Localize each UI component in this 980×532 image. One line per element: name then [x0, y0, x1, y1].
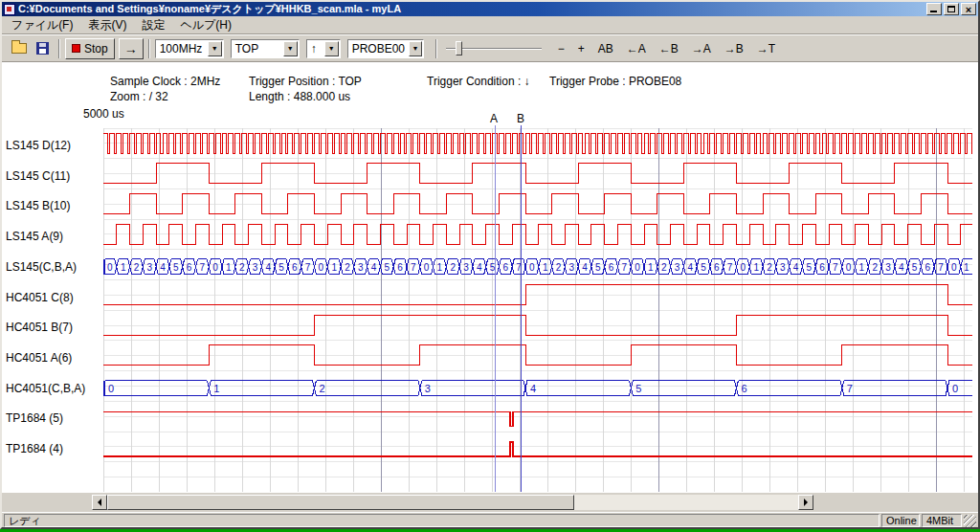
- trigger-position-select[interactable]: TOP ▼: [231, 39, 300, 58]
- bus-value: 6: [503, 262, 509, 273]
- dropdown-arrow-icon[interactable]: ▼: [283, 41, 298, 56]
- bus-value: 0: [952, 383, 958, 394]
- bus-value: 3: [780, 262, 786, 273]
- channel-label: HC4051(C,B,A): [6, 382, 85, 395]
- cursor-a-label[interactable]: A: [490, 112, 498, 125]
- goto-trigger-button[interactable]: →T: [752, 38, 780, 59]
- goto-a-left-button[interactable]: ←A: [622, 38, 651, 59]
- bus-value: 0: [319, 262, 324, 273]
- minimize-button[interactable]: [926, 3, 942, 15]
- bus-value: 6: [925, 262, 931, 273]
- bus-value: 1: [543, 262, 548, 273]
- bus-value: 6: [187, 262, 192, 273]
- trigger-probe-value: PROBE00: [348, 42, 409, 55]
- stop-button[interactable]: Stop: [65, 38, 115, 59]
- bus-value: 4: [477, 262, 482, 273]
- sample-clock-select[interactable]: 100MHz ▼: [155, 39, 224, 58]
- trigger-edge-value: ↑: [307, 42, 324, 55]
- bus-value: 7: [938, 262, 944, 273]
- dropdown-arrow-icon[interactable]: ▼: [208, 41, 222, 56]
- status-memory: 4MBit: [922, 514, 962, 527]
- channel-label: HC4051 C(8): [6, 291, 74, 304]
- bus-value: 5: [912, 262, 918, 273]
- menu-settings[interactable]: 設定: [134, 15, 172, 35]
- bus-value: 0: [846, 262, 852, 273]
- zoom-in-button[interactable]: +: [573, 38, 590, 59]
- bus-value: 3: [146, 262, 152, 273]
- bus-value: 0: [741, 262, 746, 273]
- minimize-icon: [930, 11, 937, 12]
- window-title: C:¥Documents and Settings¥noname¥デスクトップ¥…: [18, 2, 923, 16]
- bus-value: 2: [661, 262, 667, 273]
- bus-value: 0: [424, 262, 430, 273]
- bus-value: 5: [173, 262, 179, 273]
- channel-label: HC4051 B(7): [6, 321, 73, 334]
- run-button[interactable]: →: [119, 38, 144, 59]
- bus-value: 0: [951, 262, 957, 273]
- menu-bar: ファイル(F) 表示(V) 設定 ヘルプ(H): [2, 16, 978, 34]
- time-per-division-label: 5000 us: [83, 107, 124, 121]
- close-button[interactable]: ×: [961, 3, 976, 15]
- trigger-probe-select[interactable]: PROBE00 ▼: [347, 39, 424, 58]
- channel-label: LS145 A(9): [6, 230, 63, 243]
- maximize-icon: [947, 6, 955, 12]
- goto-b-left-button[interactable]: ←B: [655, 38, 683, 59]
- resize-grip[interactable]: [964, 515, 976, 527]
- info-zoom: Zoom : / 32: [110, 90, 168, 103]
- bus-value: 3: [568, 262, 574, 273]
- ab-button[interactable]: AB: [593, 38, 618, 59]
- menu-help[interactable]: ヘルプ(H): [172, 15, 239, 35]
- save-button[interactable]: [31, 38, 54, 59]
- waveform-pulse: [103, 411, 972, 426]
- bus-value: 6: [397, 262, 403, 273]
- goto-a-right-button[interactable]: →A: [687, 38, 716, 59]
- scroll-left-icon: [94, 499, 101, 506]
- stop-button-label: Stop: [84, 42, 108, 55]
- bus-value: 4: [530, 383, 536, 394]
- menu-view[interactable]: 表示(V): [80, 15, 134, 35]
- bus-value: 7: [622, 262, 628, 273]
- waveform-client: LS145 D(12)LS145 C(11)LS145 B(10)LS145 A…: [2, 62, 978, 493]
- horizontal-scrollbar[interactable]: [92, 495, 813, 510]
- trigger-position-value: TOP: [232, 42, 283, 55]
- bus-value: 1: [859, 262, 865, 273]
- waveform-pulse: [103, 442, 972, 456]
- window-controls: ×: [926, 3, 976, 15]
- bus-value: 1: [226, 262, 232, 273]
- zoom-out-button[interactable]: −: [553, 38, 569, 59]
- channel-label: HC4051 A(6): [6, 351, 72, 365]
- cursor-b-label[interactable]: B: [517, 112, 524, 125]
- channel-label: LS145 C(11): [6, 169, 70, 183]
- bus-value: 7: [833, 262, 838, 273]
- bus-value: 7: [727, 262, 733, 273]
- bus-value: 0: [108, 383, 114, 394]
- bus-value: 5: [635, 383, 641, 394]
- bus-value: 4: [371, 262, 377, 273]
- bus-value: 2: [767, 262, 772, 273]
- menu-file[interactable]: ファイル(F): [4, 15, 80, 35]
- scrollbar-thumb[interactable]: [107, 495, 574, 510]
- zoom-slider-thumb[interactable]: [456, 41, 462, 55]
- channel-label: TP1684 (5): [6, 411, 63, 425]
- bus-value: 5: [278, 262, 284, 273]
- title-bar[interactable]: C:¥Documents and Settings¥noname¥デスクトップ¥…: [2, 2, 978, 16]
- trigger-edge-select[interactable]: ↑ ▼: [306, 39, 341, 58]
- bus-value: 6: [714, 262, 720, 273]
- bus-value: 4: [688, 262, 694, 273]
- toolbar: Stop → 100MHz ▼ TOP ▼ ↑ ▼ PROBE00 ▼ − + …: [2, 34, 978, 62]
- bus-value: 1: [964, 262, 969, 273]
- goto-b-right-button[interactable]: →B: [720, 38, 748, 59]
- bus-value: 4: [160, 262, 166, 273]
- bus-value: 2: [556, 262, 562, 273]
- open-button[interactable]: [8, 38, 31, 59]
- dropdown-arrow-icon[interactable]: ▼: [409, 41, 422, 56]
- dropdown-arrow-icon[interactable]: ▼: [324, 41, 339, 56]
- bus-value: 3: [885, 262, 891, 273]
- zoom-slider[interactable]: [446, 39, 542, 58]
- maximize-button[interactable]: [944, 3, 959, 15]
- scroll-right-button[interactable]: [798, 495, 813, 510]
- bus-value: 5: [385, 262, 390, 273]
- waveform-area[interactable]: LS145 D(12)LS145 C(11)LS145 B(10)LS145 A…: [2, 62, 978, 493]
- scroll-left-button[interactable]: [92, 495, 107, 510]
- bus-value: 1: [648, 262, 654, 273]
